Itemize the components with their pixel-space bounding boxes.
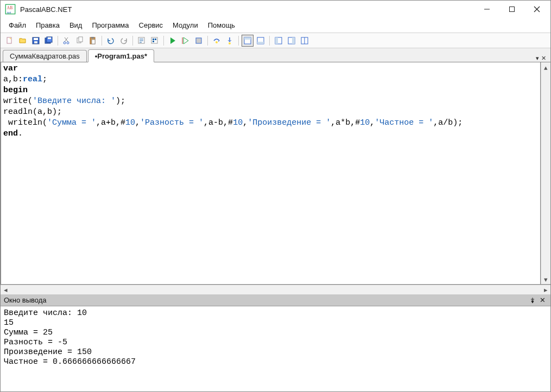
scroll-left-icon[interactable]: ◂ [1,285,10,294]
svg-point-17 [67,42,69,44]
toolbar-separator [58,36,58,46]
scroll-down-icon[interactable]: ▾ [541,274,550,284]
output-panel[interactable]: Введите числа: 10 15 Сумма = 25 Разность… [1,306,550,391]
svg-rect-28 [153,38,154,40]
step-over-icon[interactable] [211,35,223,47]
panel-toggle-2-icon[interactable] [255,35,267,47]
tab-summakvadratov[interactable]: СуммаКвадратов.pas [3,50,87,62]
tab-label: •Program1.pas* [95,52,147,60]
open-file-icon[interactable] [17,35,29,47]
window-title: PascalABC.NET [19,5,474,14]
svg-rect-19 [79,37,83,42]
output-panel-header: Окно вывода ✕ [1,294,550,306]
panel-toggle-4-icon[interactable] [286,35,297,47]
menu-program[interactable]: Программа [87,19,134,31]
compile-icon[interactable] [136,35,148,47]
new-file-icon[interactable] [4,35,16,47]
step-into-icon[interactable] [224,35,236,47]
titlebar: ABnet PascalABC.NET [1,1,550,18]
scroll-right-icon[interactable]: ▸ [541,285,550,294]
close-button[interactable] [524,1,549,17]
panel-toggle-3-icon[interactable] [273,35,284,47]
svg-rect-4 [510,7,515,12]
toolbar-separator [238,36,239,46]
panel-close-icon[interactable]: ✕ [537,295,547,305]
cut-icon[interactable] [61,35,73,47]
svg-rect-27 [151,37,157,43]
output-panel-title: Окно вывода [4,296,47,304]
svg-rect-32 [196,38,201,43]
toolbar-separator [102,36,102,46]
build-icon[interactable] [149,35,161,47]
paste-icon[interactable] [87,35,99,47]
menu-file[interactable]: Файл [4,19,31,31]
svg-point-16 [64,42,66,44]
svg-rect-22 [92,40,95,44]
menu-view[interactable]: Вид [65,19,87,31]
save-all-icon[interactable] [43,35,55,47]
toolbar-separator [132,36,133,46]
pin-icon[interactable] [528,295,537,305]
code-content: var a,b:real; begin write('Введите числа… [1,62,540,140]
stop-icon[interactable] [193,35,205,47]
svg-rect-10 [34,41,37,43]
menu-help[interactable]: Помощь [203,19,240,31]
toolbar-separator [207,36,208,46]
editor-area: var a,b:real; begin write('Введите числа… [1,62,550,285]
redo-icon[interactable] [118,35,130,47]
toolbar-separator [163,36,164,46]
maximize-button[interactable] [499,1,524,17]
code-editor[interactable]: var a,b:real; begin write('Введите числа… [1,62,541,284]
app-logo-icon: ABnet [5,4,16,15]
tab-label: СуммаКвадратов.pas [10,52,80,60]
scroll-up-icon[interactable]: ▴ [541,62,550,72]
toolbar [1,33,550,48]
panel-toggle-5-icon[interactable] [299,35,311,47]
tab-dropdown-icon[interactable]: ▾ [536,55,539,62]
svg-point-35 [229,42,231,44]
svg-rect-7 [7,37,11,43]
svg-rect-41 [275,37,278,44]
tab-close-icon[interactable]: ✕ [541,55,546,62]
tab-controls: ▾ ✕ [536,55,548,62]
copy-icon[interactable] [74,35,86,47]
tab-program1[interactable]: •Program1.pas* [88,49,154,62]
editor-vertical-scrollbar[interactable]: ▴ ▾ [541,62,550,284]
svg-rect-13 [48,37,51,39]
minimize-button[interactable] [474,1,499,17]
menu-service[interactable]: Сервис [134,19,168,31]
menu-edit[interactable]: Правка [31,19,65,31]
svg-rect-30 [153,41,154,42]
svg-point-33 [216,41,218,43]
svg-rect-29 [155,38,156,40]
svg-rect-37 [244,37,251,40]
run-alt-icon[interactable] [180,35,192,47]
svg-rect-43 [292,37,295,44]
save-icon[interactable] [30,35,42,47]
panel-toggle-1-icon[interactable] [242,35,254,47]
svg-text:net: net [7,10,11,14]
toolbar-separator [269,36,270,46]
editor-horizontal-scrollbar[interactable]: ◂ ▸ [1,285,550,294]
tabbar: СуммаКвадратов.pas •Program1.pas* ▾ ✕ [1,48,550,62]
svg-rect-39 [257,42,264,44]
menu-modules[interactable]: Модули [168,19,203,31]
svg-rect-21 [91,37,94,38]
output-text: Введите числа: 10 15 Сумма = 25 Разность… [1,306,550,369]
svg-rect-9 [34,38,38,40]
menubar: Файл Правка Вид Программа Сервис Модули … [1,18,550,33]
run-icon[interactable] [167,35,179,47]
undo-icon[interactable] [105,35,117,47]
